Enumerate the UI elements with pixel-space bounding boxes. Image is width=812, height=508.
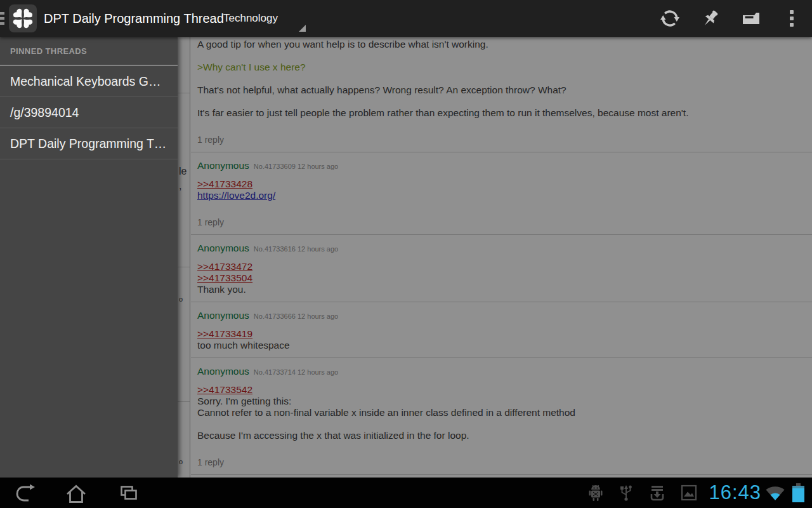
peek-fragment: o	[179, 295, 183, 303]
post-header: AnonymousNo.41733714 12 hours ago	[197, 366, 806, 377]
drawer-handle-icon[interactable]	[0, 12, 4, 27]
drawer: PINNED THREADS Mechanical Keyboards Gen……	[0, 37, 178, 478]
pin-icon	[700, 8, 721, 29]
peek-pane: le,oo	[178, 37, 190, 478]
post-meta: No.41733714 12 hours ago	[254, 368, 338, 376]
post: A good tip for when you want help is to …	[191, 37, 812, 152]
screen: DPT Daily Programming Thread Technology	[0, 0, 812, 508]
post-name: Anonymous	[197, 243, 249, 253]
battery-icon	[792, 483, 804, 502]
usb-connected-icon	[619, 484, 634, 502]
back-icon	[11, 479, 39, 507]
post: AnonymousNo.41733609 12 hours ago>>41733…	[191, 152, 812, 235]
thread-pane[interactable]: A good tip for when you want help is to …	[191, 37, 812, 478]
drawer-item[interactable]: Mechanical Keyboards Gen…	[0, 66, 178, 97]
clover-icon	[9, 4, 37, 32]
post: AnonymousNo.41733666 12 hours ago>>41733…	[191, 302, 812, 358]
pin-button[interactable]	[690, 0, 731, 37]
refresh-button[interactable]	[650, 0, 690, 37]
back-button[interactable]	[0, 478, 51, 508]
recents-button[interactable]	[102, 478, 152, 508]
replies-label[interactable]: 1 reply	[197, 134, 806, 145]
action-buttons	[650, 0, 812, 37]
peek-fragment: le	[179, 166, 187, 177]
drawer-list: Mechanical Keyboards Gen…/g/39894014DPT …	[0, 66, 178, 159]
post: AnonymousNo.41733714 12 hours ago>>41733…	[191, 358, 812, 475]
post-text: Because I'm accessing the x that was ini…	[197, 430, 806, 441]
drawer-item[interactable]: DPT Daily Programming Thr…	[0, 128, 178, 159]
peek-fragment: o	[179, 458, 183, 465]
post-text: Sorry. I'm getting this:	[197, 396, 806, 407]
post-text: A good tip for when you want help is to …	[197, 39, 806, 50]
post-name: Anonymous	[197, 366, 249, 377]
action-bar: DPT Daily Programming Thread Technology	[0, 0, 812, 37]
usb-debugging-icon	[588, 484, 603, 502]
post-text: It's far easier to just tell people the …	[197, 107, 806, 119]
media-transfer-icon	[649, 484, 665, 502]
post-meta: No.41733609 12 hours ago	[254, 163, 338, 170]
post-text: That's not helpful, what actually happen…	[197, 84, 806, 96]
system-bar: 16:43	[0, 478, 812, 508]
app-icon[interactable]	[9, 4, 37, 32]
recents-icon	[113, 479, 141, 507]
post: AnonymousNo.41733616 12 hours ago>>41733…	[191, 235, 812, 302]
screenshot-icon	[681, 485, 697, 501]
board-spinner-label: Technology	[223, 12, 278, 25]
post-text: too much whitespace	[197, 340, 806, 351]
post-meta: No.41733616 12 hours ago	[254, 245, 338, 253]
replies-label[interactable]: 1 reply	[197, 457, 806, 468]
refresh-icon	[660, 8, 680, 29]
post-text: Cannot refer to a non-final variable x i…	[197, 407, 806, 418]
post-name: Anonymous	[197, 310, 249, 321]
quotelink[interactable]: >>41733542	[197, 384, 806, 396]
post-header: AnonymousNo.41733616 12 hours ago	[197, 243, 806, 254]
quotelink[interactable]: >>41733504	[197, 272, 806, 284]
wifi-icon	[764, 485, 786, 502]
drawer-header: PINNED THREADS	[0, 37, 178, 66]
reply-icon	[740, 8, 762, 29]
quotelink[interactable]: >>41733419	[197, 328, 806, 340]
home-button[interactable]	[51, 478, 102, 508]
content-area: le,oo A good tip for when you want help …	[178, 37, 812, 478]
greentext-line: >Why can't I use x here?	[197, 62, 806, 73]
overflow-button[interactable]	[771, 0, 812, 37]
replies-label[interactable]: 1 reply	[197, 217, 806, 228]
peek-fragment: ,	[179, 180, 181, 192]
quotelink[interactable]: >>41733472	[197, 261, 806, 272]
reply-button[interactable]	[731, 0, 771, 37]
home-icon	[62, 479, 90, 507]
clock: 16:43	[709, 478, 761, 508]
post-header: AnonymousNo.41733666 12 hours ago	[197, 310, 806, 321]
post-text: Thank you.	[197, 284, 806, 295]
external-link[interactable]: https://love2d.org/	[197, 190, 806, 201]
quotelink[interactable]: >>41733428	[197, 178, 806, 190]
drawer-item[interactable]: /g/39894014	[0, 97, 178, 128]
spinner-caret-icon	[299, 25, 306, 32]
post-meta: No.41733666 12 hours ago	[254, 312, 338, 320]
post-name: Anonymous	[197, 160, 249, 171]
status-tray[interactable]	[588, 484, 697, 502]
board-spinner[interactable]: Technology	[216, 0, 311, 37]
post-header: AnonymousNo.41733609 12 hours ago	[197, 160, 806, 171]
overflow-icon	[783, 9, 800, 28]
page-title: DPT Daily Programming Thread	[44, 11, 224, 26]
